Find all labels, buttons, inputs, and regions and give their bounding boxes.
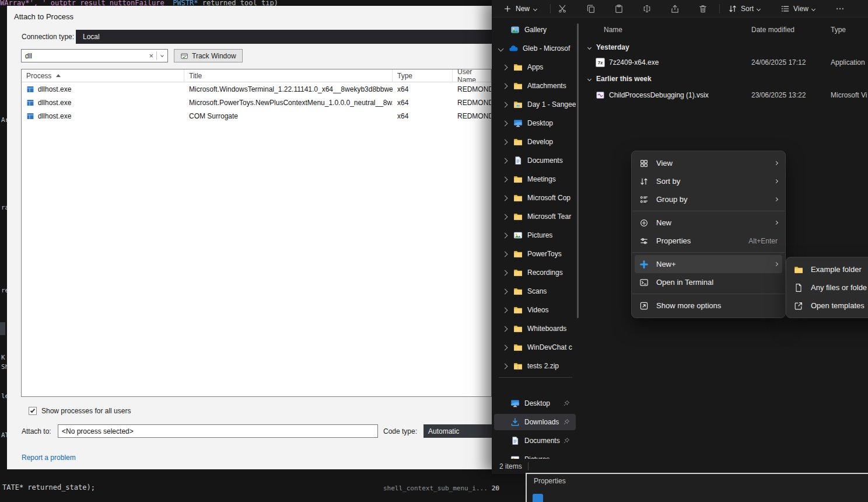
gallery-icon [510,25,520,34]
menu-item-group-by[interactable]: Group by [635,190,782,208]
sidebar-item-meetings[interactable]: Meetings [494,171,576,187]
column-header-date-modified[interactable]: Date modified [751,26,794,34]
item-count: 2 items [499,462,522,470]
folder-icon [513,305,523,315]
sidebar-item-powertoys[interactable]: PowerToys [494,246,576,262]
new-button[interactable]: New [498,2,542,16]
menu-item-show-more-options[interactable]: Show more options [635,297,782,315]
file-date: 23/06/2025 13:22 [751,91,806,99]
menu-item-sort-by[interactable]: Sort by [635,172,782,190]
menu-item-view[interactable]: View [635,154,782,172]
explorer-toolbar: New Sort View [492,0,868,18]
vsix-file-icon [596,90,605,100]
process-window-icon [26,85,34,93]
column-label: Process [26,72,51,80]
column-header-name[interactable]: Name [604,26,622,34]
sidebar-item-gallery[interactable]: Gallery [494,22,576,38]
view-button[interactable]: View [776,2,820,16]
connection-type-combobox[interactable]: Local [76,30,492,44]
pin-icon [563,419,570,426]
clear-filter-icon[interactable]: × [146,51,156,60]
sidebar-item-downloads-pinned[interactable]: Downloads [494,414,576,430]
submenu-item-example-folder[interactable]: Example folder [789,260,868,278]
menu-item-open-in-terminal[interactable]: Open in Terminal [635,273,782,291]
folder-icon [794,265,803,274]
sidebar-item-microsoft-teams[interactable]: Microsoft Tear [494,208,576,225]
column-header-title[interactable]: Title [184,69,393,82]
column-header-type[interactable]: Type [831,26,846,34]
attach-to-label: Attach to: [22,427,51,435]
cut-button[interactable] [552,2,572,16]
chevron-right-icon [502,251,508,257]
delete-button[interactable] [693,2,713,16]
cut-icon [558,4,567,13]
column-header-user[interactable]: User Name [453,69,491,82]
chevron-right-icon [502,102,508,107]
rename-button[interactable] [637,2,657,16]
toolbar-divider [719,4,720,13]
sidebar-item-develop[interactable]: Develop [494,134,576,150]
column-label: Title [189,72,202,80]
sort-button-label: Sort [741,5,754,13]
chevron-right-icon [502,195,508,201]
attach-to-input[interactable]: <No process selected> [58,424,378,438]
status-divider [528,462,528,470]
share-button[interactable] [665,2,685,16]
connection-type-value: Local [83,33,100,41]
sidebar-item-scans[interactable]: Scans [494,283,576,299]
column-header-type[interactable]: Type [393,69,453,82]
sidebar-item-videos[interactable]: Videos [494,302,576,318]
menu-item-new-plus[interactable]: New+ [635,255,782,273]
process-filter-input[interactable]: dll × [21,49,168,62]
group-header-yesterday[interactable]: Yesterday [588,41,629,54]
menu-divider [632,294,785,294]
paste-button[interactable] [609,2,629,16]
file-row[interactable]: ChildProcessDebugging (1).vsix 23/06/202… [492,88,868,102]
sidebar-item-onedrive[interactable]: Gleb - Microsof [494,40,576,57]
sidebar-item-desktop-onedrive[interactable]: Desktop [494,115,576,131]
submenu-item-open-templates[interactable]: Open templates [789,297,868,315]
process-row[interactable]: dllhost.exe COM Surrogate x64 REDMOND [22,109,491,123]
sort-button[interactable]: Sort [723,2,765,16]
file-row[interactable]: 7z 7z2409-x64.exe 24/06/2025 17:12 Appli… [492,55,868,69]
sidebar-item-pictures-onedrive[interactable]: Pictures [494,227,576,243]
more-options-button[interactable] [830,2,850,16]
new-plus-submenu: Example folder Any files or folde Open t… [786,257,868,318]
process-title: COM Surrogate [189,112,238,120]
code-type-combobox[interactable]: Automatic [424,424,492,438]
process-type: x64 [397,85,408,93]
sidebar-item-documents-onedrive[interactable]: Documents [494,152,576,169]
group-label: Earlier this week [596,75,652,83]
submenu-item-any-files[interactable]: Any files or folde [789,278,868,297]
process-table-header: Process Title Type User Name [22,69,491,82]
process-row[interactable]: dllhost.exe Microsoft.WindowsTerminal_1.… [22,82,491,96]
show-all-users-checkbox[interactable]: Show processes for all users [29,407,131,415]
paste-icon [614,4,624,13]
group-label: Yesterday [596,43,629,51]
sidebar-item-windevchat[interactable]: WinDevChat c [494,339,576,355]
sidebar-item-whiteboards[interactable]: Whiteboards [494,320,576,337]
sort-ascending-icon [56,74,61,77]
sidebar-item-tests-zip[interactable]: tests 2.zip [494,358,576,374]
code-type-value: Automatic [428,427,459,435]
copy-button[interactable] [581,2,601,16]
menu-item-properties[interactable]: Properties Alt+Enter [635,232,782,250]
filter-dropdown-icon[interactable] [160,54,164,57]
report-problem-link[interactable]: Report a problem [22,454,76,462]
column-header-process[interactable]: Process [22,69,184,82]
sidebar-item-documents-pinned[interactable]: Documents [494,433,576,449]
menu-item-new[interactable]: New [635,214,782,232]
group-header-earlier-this-week[interactable]: Earlier this week [588,72,652,85]
properties-item-icon [533,494,543,502]
process-row[interactable]: dllhost.exe Microsoft.PowerToys.NewPlusC… [22,96,491,109]
sidebar-item-microsoft-copilot[interactable]: Microsoft Cop [494,190,576,206]
folder-icon [513,212,523,221]
sidebar-item-recordings[interactable]: Recordings [494,264,576,281]
process-table: Process Title Type User Name dllhost.exe… [21,69,492,397]
chevron-right-icon [502,344,508,350]
submenu-chevron-icon [774,161,778,165]
process-name: dllhost.exe [38,85,71,93]
sidebar-item-desktop-pinned[interactable]: Desktop [494,395,576,412]
track-window-button[interactable]: Track Window [174,49,243,62]
process-user: REDMOND [457,112,491,120]
